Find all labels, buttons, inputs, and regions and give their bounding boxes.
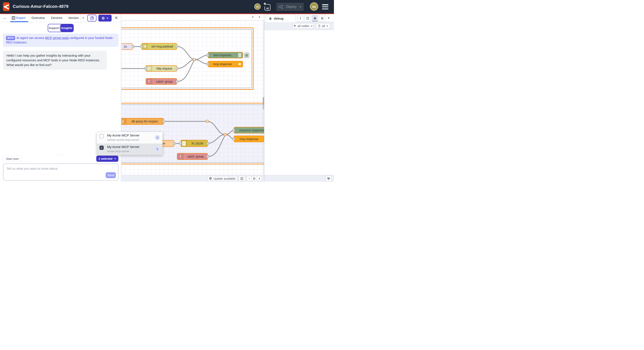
assistant-settings-button[interactable]: ▼ <box>98 15 112 22</box>
monitor-icon <box>327 177 330 180</box>
node-change-set-msg-payload[interactable]: set msg.payload <box>142 43 177 50</box>
clear-messages-dropdown[interactable]: all ▼ <box>316 23 330 29</box>
bug-icon <box>268 16 272 20</box>
sidebar-footer <box>264 175 334 182</box>
update-available-button[interactable]: Update available <box>207 176 237 181</box>
node-port[interactable] <box>132 45 134 48</box>
debug-enable-toggle[interactable] <box>244 52 249 58</box>
mcp-server-dropdown: My Acme MCP Server serban-acme-mcp-serve… <box>97 132 162 155</box>
cube-icon <box>209 177 212 180</box>
debug-filter-row: all nodes ▼ all ▼ <box>264 22 334 30</box>
map-icon <box>240 177 244 180</box>
canvas-footer: Update available − O + <box>122 175 264 182</box>
mcp-item-id: acme-mcp-server <box>107 150 130 153</box>
tabs-overflow-chevron-icon[interactable]: » <box>82 16 84 20</box>
help-tab-button[interactable] <box>304 15 311 22</box>
panel-header: ← Expert Overview Devices Version » ▼ ✕ <box>0 14 121 22</box>
sidebar-tabs-caret-icon[interactable]: ▼ <box>327 16 330 20</box>
tab-version-history[interactable]: Version <box>68 16 80 20</box>
node-port[interactable] <box>176 67 178 70</box>
assistant-panel: ← Expert Overview Devices Version » ▼ ✕ <box>0 14 121 182</box>
start-over-button[interactable]: Start over <box>3 156 22 162</box>
toggle-support[interactable]: Support <box>48 26 60 30</box>
node-debug-tool-response[interactable]: tool response <box>208 52 243 58</box>
ai-assistant-button[interactable]: AI <box>264 4 271 11</box>
navigator-button[interactable] <box>238 176 245 181</box>
mcp-server-item[interactable]: ✓ My Acme MCP Server acme-mcp-server 5 <box>97 144 162 155</box>
mcp-item-checkbox-1[interactable]: ✓ <box>100 146 104 150</box>
node-port[interactable] <box>207 142 209 145</box>
zoom-in-button[interactable]: + <box>257 176 262 181</box>
filter-nodes-dropdown[interactable]: all nodes ▼ <box>293 23 314 29</box>
node-port[interactable] <box>207 155 209 158</box>
caret-down-icon: ▼ <box>326 25 328 27</box>
sidebar-tab-debug[interactable]: debug <box>266 14 296 22</box>
beta-text-before: AI agent can access <box>16 36 45 40</box>
node-delay[interactable]: 2s <box>122 43 133 50</box>
close-panel-icon[interactable]: ✕ <box>114 15 118 20</box>
deploy-button[interactable]: Deploy ▼ <box>276 3 304 11</box>
header-divider <box>80 14 80 22</box>
node-debug-resource-response[interactable]: resource response <box>234 127 264 134</box>
node-link-out-mcp-response[interactable]: mcp response <box>208 61 243 67</box>
mode-toggle[interactable]: Support Insights <box>48 24 74 32</box>
node-port[interactable] <box>179 142 182 145</box>
node-to-json[interactable]: {} To JSON <box>180 140 208 147</box>
info-tab-button[interactable]: i <box>297 15 304 22</box>
node-port[interactable] <box>232 138 235 140</box>
node-catch-group-2[interactable]: ! catch: group <box>177 153 208 160</box>
page-title: Curious-Amur-Falcon-4879 <box>13 4 68 9</box>
debug-node-icon <box>236 52 242 58</box>
mcp-server-tools-link[interactable]: MCP server tools <box>45 36 69 40</box>
main-menu-icon[interactable] <box>322 4 328 9</box>
config-nodes-tab-button[interactable] <box>319 15 325 22</box>
add-flow-icon[interactable]: + <box>252 15 254 19</box>
flow-canvas[interactable]: 2s set msg.payload tool response mcp res… <box>122 14 264 182</box>
deploy-caret-icon[interactable]: ▼ <box>299 6 302 8</box>
node-http-request[interactable]: http request <box>146 65 177 72</box>
beta-banner: BETAAI agent can access MCP server tools… <box>3 34 118 47</box>
zoom-reset-button[interactable]: O <box>252 176 257 181</box>
wire-junction[interactable] <box>224 133 226 136</box>
open-dashboard-button[interactable] <box>326 176 332 181</box>
wire-junction[interactable] <box>206 120 208 123</box>
exclamation-icon: ! <box>146 78 152 84</box>
node-port[interactable] <box>173 142 176 145</box>
tab-overview[interactable]: Overview <box>32 16 45 20</box>
funnel-icon <box>294 25 296 28</box>
node-port[interactable] <box>140 45 142 48</box>
mcp-item-name: My Acme MCP Server <box>107 145 140 149</box>
flowfuse-logo[interactable] <box>3 2 10 11</box>
selected-servers-dropdown[interactable]: 1 selected ▼ <box>96 156 118 162</box>
tab-expert[interactable]: Expert <box>16 16 25 20</box>
node-port[interactable] <box>206 62 209 66</box>
user-avatar[interactable]: su <box>310 2 318 11</box>
prompt-input[interactable]: Tell us what you want to know about Send <box>3 164 118 180</box>
node-port[interactable] <box>176 80 178 83</box>
mcp-item-checkbox-0[interactable] <box>100 134 104 138</box>
zoom-out-button[interactable]: − <box>246 176 252 181</box>
gear-caret-icon: ▼ <box>106 17 108 19</box>
toggle-insights[interactable]: Insights <box>60 24 73 32</box>
node-port[interactable] <box>176 45 178 48</box>
flow-list-caret-icon[interactable]: ▼ <box>258 16 261 18</box>
avatar-small[interactable]: su <box>254 4 261 10</box>
mcp-item-name: My Acme MCP Server <box>107 134 140 137</box>
node-link-out-mcp-response-2[interactable]: mcp response <box>234 136 264 142</box>
node-catch-group[interactable]: ! catch: group <box>146 78 177 85</box>
tab-devices[interactable]: Devices <box>51 16 62 20</box>
node-port[interactable] <box>163 120 165 123</box>
selected-caret-icon: ▼ <box>114 158 116 160</box>
wire-junction[interactable] <box>193 58 196 61</box>
back-arrow-icon[interactable]: ← <box>3 16 7 20</box>
send-button[interactable]: Send <box>106 172 116 178</box>
usage-chart-button[interactable] <box>87 15 96 22</box>
mcp-server-item[interactable]: My Acme MCP Server serban-acme-mcp-serve… <box>97 132 162 144</box>
node-db-query-for-recipes[interactable]: { db query for recipes <box>122 118 164 125</box>
node-port[interactable] <box>232 129 235 132</box>
node-port[interactable] <box>144 67 147 70</box>
pie-chart-icon <box>90 16 94 20</box>
debug-tab-button[interactable] <box>312 15 318 22</box>
brace-icon: { <box>122 118 126 124</box>
node-port[interactable] <box>206 54 209 57</box>
